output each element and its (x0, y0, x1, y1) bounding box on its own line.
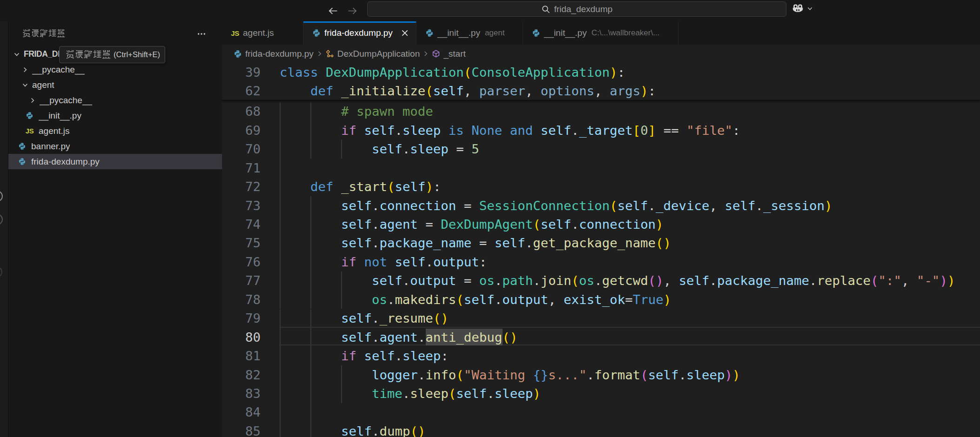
code-token: . (571, 123, 579, 138)
code-token (533, 123, 541, 138)
line-number: 79 (222, 309, 261, 328)
tree-item-label: frida-dexdump.py (31, 157, 100, 167)
code-token: _start (341, 179, 387, 194)
code-token (280, 311, 341, 325)
code-token: : (433, 179, 441, 194)
tab-agent.js[interactable]: JSagent.js (222, 21, 303, 45)
code-token: ( (533, 217, 541, 232)
code-token: ( (387, 179, 395, 194)
code-token: True (633, 292, 664, 307)
tree-item-agent[interactable]: agent (8, 77, 222, 93)
code-token: . (809, 273, 817, 288)
indent-guide (280, 403, 281, 422)
code-token: agent (379, 217, 417, 232)
code-token: , (548, 292, 564, 307)
code-token: time (372, 386, 403, 401)
tree-item-__pycache__[interactable]: __pycache__ (8, 93, 222, 108)
code-token (280, 424, 341, 437)
line-number: 84 (222, 403, 261, 422)
sticky-code-line-62[interactable]: def _initialize(self, parser, options, a… (280, 82, 656, 100)
tree-item-label: agent (32, 80, 54, 90)
code-token: . (418, 368, 426, 382)
workbench: FRIDA_DEXDUMP__pycache__agent__pycache__… (0, 21, 980, 437)
code-token: self (456, 386, 487, 401)
code-token: = (456, 199, 479, 213)
javascript-icon: JS (26, 127, 34, 135)
code-token: = (471, 236, 494, 250)
code-token (280, 142, 372, 156)
code-token: and (510, 123, 533, 138)
code-token: agent (379, 330, 417, 344)
code-token: ( (640, 368, 648, 382)
code-token: . (571, 217, 579, 232)
close-icon[interactable] (400, 28, 410, 38)
code-token (441, 123, 449, 138)
breadcrumb-separator-icon (316, 50, 323, 58)
code-token: sleep (410, 142, 448, 156)
code-token (318, 65, 326, 79)
tree-item-label: __pycache__ (32, 65, 85, 75)
close-icon (400, 28, 409, 38)
tree-item-agent.js[interactable]: JSagent.js (8, 123, 222, 139)
code-token: self (341, 330, 372, 344)
tree-item-__init__.py[interactable]: __init__.py (8, 108, 222, 123)
breadcrumb-item-frida-dexdump.py[interactable]: frida-dexdump.py (234, 49, 314, 59)
back-arrow-icon[interactable] (326, 3, 341, 18)
code-token: exist_ok (564, 292, 625, 307)
code-token (387, 255, 395, 269)
code-token: self (541, 217, 571, 232)
code-token: : (732, 123, 740, 138)
copilot-icon (792, 2, 804, 15)
tab-__init__.py-3[interactable]: __init__.pyC:\...\wallbreaker\... (523, 21, 678, 45)
code-token: . (425, 255, 433, 269)
code-token: def (310, 84, 333, 98)
code-token: self (341, 236, 372, 250)
code-token: . (525, 236, 533, 250)
code-token: self (372, 273, 403, 288)
breadcrumb-item-DexDumpApplication[interactable]: DexDumpApplication (326, 49, 420, 59)
code-token: () (502, 330, 517, 344)
tab-frida-dexdump.py[interactable]: frida-dexdump.py (303, 21, 416, 45)
code-token: ConsoleApplication (471, 65, 610, 79)
more-actions-icon[interactable] (196, 29, 207, 39)
tree-item-frida-dexdump.py[interactable]: frida-dexdump.py (8, 154, 222, 169)
code-line-80: self.agent.anti_debug() (280, 328, 517, 346)
code-token: anti_debug (425, 330, 502, 344)
code-token: . (679, 368, 687, 382)
breadcrumb-item-_start[interactable]: _start (432, 49, 466, 59)
command-center-search[interactable]: frida_dexdump (367, 1, 786, 17)
code-editor[interactable]: 67 self.sleep = options.sleep68 # spawn … (222, 63, 980, 437)
code-token: sleep (686, 368, 725, 382)
line-number: 74 (222, 215, 261, 233)
code-token: parser (479, 84, 525, 98)
code-token: os (372, 292, 387, 307)
code-token (280, 236, 341, 250)
explorer-tooltip: (Ctrl+Shift+E) (59, 46, 165, 63)
search-value: frida_dexdump (554, 4, 613, 14)
code-token: makedirs (395, 292, 456, 307)
line-number: 75 (222, 234, 261, 252)
forward-arrow-icon[interactable] (344, 3, 359, 18)
code-token: get_package_name (533, 236, 656, 250)
python-icon (234, 50, 242, 58)
tab-description: C:\...\wallbreaker\... (591, 28, 659, 38)
copilot-menu[interactable] (792, 2, 813, 15)
python-icon (26, 112, 34, 119)
search-icon (541, 5, 550, 14)
code-token: SessionConnection (479, 199, 610, 213)
code-token: ) (725, 368, 733, 382)
tree-item-banner.py[interactable]: banner.py (8, 139, 222, 154)
code-token: , (464, 84, 479, 98)
chevron-down-icon (13, 51, 20, 58)
code-line-68: # spawn mode (280, 102, 433, 121)
tree-item-__pycache__[interactable]: __pycache__ (8, 62, 222, 77)
tab-__init__.py-2[interactable]: __init__.pyagent (416, 21, 523, 45)
code-token (333, 84, 341, 98)
sticky-code-line-39[interactable]: class DexDumpApplication(ConsoleApplicat… (280, 63, 625, 81)
activity-bar-cropped-icons (0, 21, 8, 437)
code-token (280, 123, 341, 138)
code-token: ( (571, 273, 579, 288)
python-icon (425, 29, 434, 37)
code-token: () (648, 273, 664, 288)
tab-label: __init__.py (437, 28, 480, 38)
